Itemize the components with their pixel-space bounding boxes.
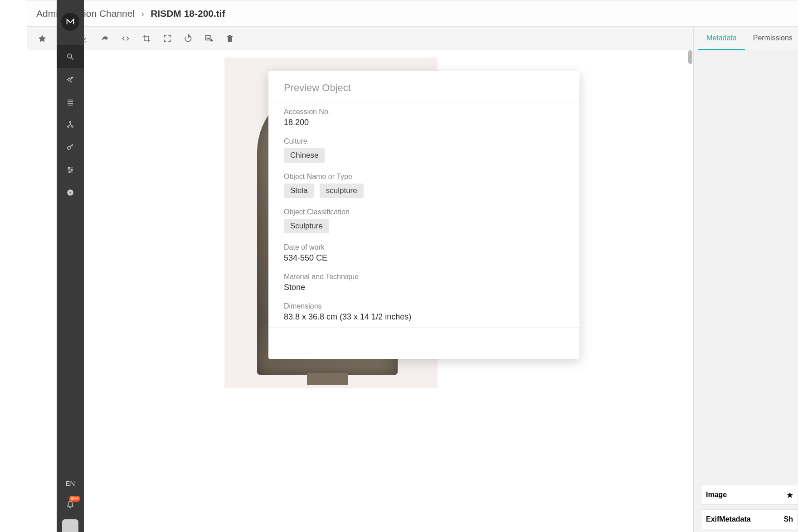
tab-metadata[interactable]: Metadata <box>698 27 745 50</box>
star-icon[interactable] <box>34 30 51 47</box>
tag-object-name[interactable]: sculpture <box>320 184 364 198</box>
tag-classification[interactable]: Sculpture <box>284 219 329 233</box>
field-label: Culture <box>284 137 564 145</box>
list-icon[interactable] <box>57 91 84 113</box>
breadcrumb: Administration Channel › RISDM 18-200.ti… <box>27 0 798 27</box>
svg-point-7 <box>68 126 69 127</box>
metadata-section-label: Image <box>706 491 727 499</box>
svg-text:?: ? <box>69 190 72 195</box>
hierarchy-icon[interactable] <box>57 113 84 136</box>
image-download-icon[interactable] <box>200 30 218 47</box>
delete-icon[interactable] <box>221 30 238 47</box>
sliders-icon[interactable] <box>57 159 84 181</box>
help-icon[interactable]: ? <box>57 181 84 204</box>
field-label: Date of work <box>284 243 564 251</box>
crop-icon[interactable] <box>138 30 155 47</box>
field-value: 18.200 <box>284 118 564 127</box>
field-label: Object Name or Type <box>284 173 564 181</box>
svg-point-9 <box>68 147 70 150</box>
svg-point-6 <box>70 121 71 123</box>
tab-permissions[interactable]: Permissions <box>745 27 798 50</box>
field-label: Accession No. <box>284 108 564 116</box>
preview-object-panel: Preview Object Accession No. 18.200 Cult… <box>268 71 579 359</box>
refresh-icon[interactable] <box>180 30 197 47</box>
svg-point-0 <box>68 54 72 58</box>
fullscreen-icon[interactable] <box>159 30 176 47</box>
metadata-section-label: ExifMetadata <box>706 515 751 523</box>
tag-object-name[interactable]: Stela <box>284 184 314 198</box>
right-tabs: Metadata Permissions <box>694 27 798 50</box>
field-value: 534-550 CE <box>284 253 564 263</box>
scrollbar-thumb[interactable] <box>688 50 692 64</box>
toolbar: + <box>27 27 693 50</box>
code-icon[interactable] <box>117 30 134 47</box>
tag-culture[interactable]: Chinese <box>284 148 325 163</box>
field-value: 83.8 x 36.8 cm (33 x 14 1/2 inches) <box>284 312 564 322</box>
metadata-section-image[interactable]: Image ★ <box>701 485 798 505</box>
key-icon[interactable] <box>57 136 84 159</box>
app-logo[interactable] <box>61 13 79 31</box>
field-label: Object Classification <box>284 208 564 216</box>
svg-line-1 <box>71 58 73 60</box>
chevron-right-icon: › <box>141 8 144 19</box>
svg-point-15 <box>69 171 70 173</box>
svg-point-13 <box>68 167 70 169</box>
share-arrow-icon[interactable] <box>96 30 113 47</box>
metadata-section-exif[interactable]: ExifMetadata Sh <box>701 509 798 529</box>
preview-title: Preview Object <box>268 71 579 102</box>
notifications-icon[interactable]: 99+ <box>57 493 84 517</box>
sidebar: ? EN 99+ <box>57 0 84 532</box>
metadata-action-fragment: Sh <box>784 515 793 523</box>
search-icon[interactable] <box>57 45 84 68</box>
field-label: Dimensions <box>284 302 564 310</box>
preview-footer <box>268 327 579 359</box>
avatar[interactable] <box>62 519 78 532</box>
language-selector[interactable]: EN <box>57 473 84 493</box>
star-icon: ★ <box>787 491 793 499</box>
notification-badge: 99+ <box>69 496 80 502</box>
svg-point-8 <box>72 126 73 127</box>
breadcrumb-current: RISDM 18-200.tif <box>151 8 225 19</box>
field-label: Material and Technique <box>284 273 564 281</box>
breadcrumb-parent[interactable]: Administration Channel <box>36 8 135 19</box>
svg-point-14 <box>71 169 73 171</box>
field-value: Stone <box>284 283 564 292</box>
share-icon[interactable] <box>57 68 84 91</box>
